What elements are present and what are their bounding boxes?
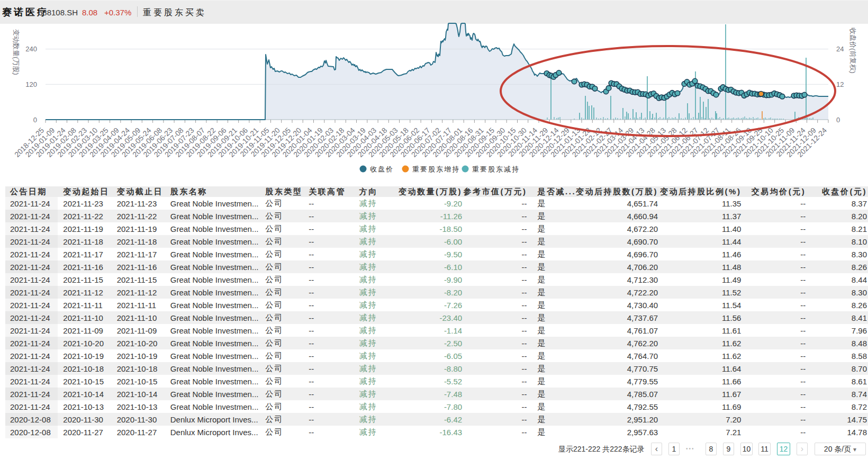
svg-text:收盘价(前复权): 收盘价(前复权): [849, 28, 857, 74]
svg-text:12: 12: [836, 80, 844, 88]
svg-text:0: 0: [836, 116, 840, 124]
svg-text:24: 24: [836, 45, 844, 53]
svg-text:0: 0: [33, 116, 37, 124]
svg-text:收盘价: 收盘价: [370, 165, 394, 173]
svg-text:变动数量(万股): 变动数量(万股): [12, 29, 20, 75]
svg-text:重要股东增持: 重要股东增持: [412, 165, 460, 173]
svg-text:重要股东减持: 重要股东减持: [472, 165, 520, 173]
svg-text:240: 240: [25, 45, 37, 53]
svg-text:120: 120: [25, 80, 37, 88]
